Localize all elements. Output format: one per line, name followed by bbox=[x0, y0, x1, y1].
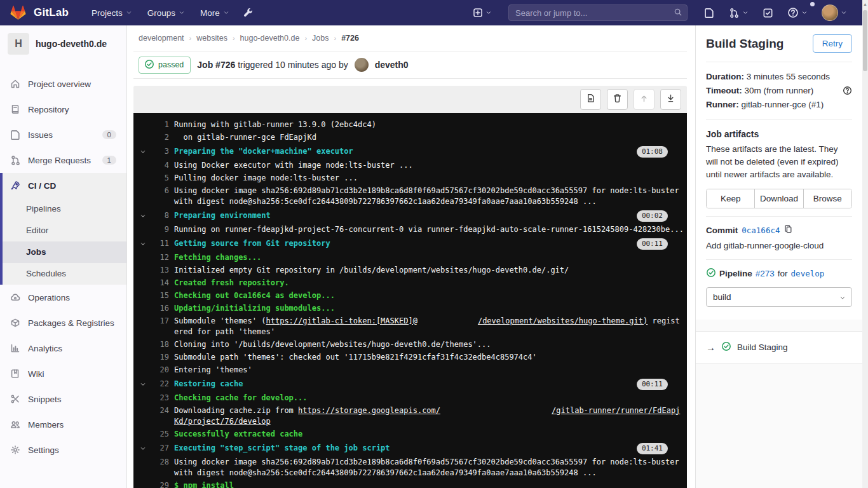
gutter-spacer bbox=[140, 365, 150, 376]
sidebar-item-settings[interactable]: Settings bbox=[0, 437, 126, 463]
sidebar-item-merge-requests[interactable]: Merge Requests1 bbox=[0, 147, 126, 173]
pipeline-id-link[interactable]: #273 bbox=[756, 269, 775, 278]
log-line-number[interactable]: 25 bbox=[150, 429, 169, 440]
admin-wrench-button[interactable] bbox=[238, 4, 259, 22]
nav-more[interactable]: More bbox=[194, 4, 236, 22]
gitlab-logo-icon[interactable] bbox=[10, 5, 26, 20]
breadcrumb-item[interactable]: development bbox=[139, 34, 184, 43]
pipeline-row: Pipeline #273 for develop bbox=[706, 268, 852, 280]
sidebar-item-editor[interactable]: Editor bbox=[3, 220, 126, 241]
sidebar-item-jobs[interactable]: Jobs bbox=[3, 241, 126, 263]
log-gutter: 24 bbox=[140, 405, 169, 427]
sidebar-item-analytics[interactable]: Analytics bbox=[0, 336, 126, 361]
collapse-section-icon[interactable] bbox=[140, 379, 150, 390]
issues-shortcut-button[interactable] bbox=[699, 4, 720, 22]
user-menu-button[interactable] bbox=[817, 1, 852, 25]
sidebar-item-repository[interactable]: Repository bbox=[0, 97, 126, 122]
browser-scrollbar[interactable]: ▲ bbox=[862, 0, 868, 488]
keep-artifact-button[interactable]: Keep bbox=[707, 189, 755, 208]
breadcrumb-item[interactable]: websites bbox=[196, 34, 227, 43]
search-input[interactable] bbox=[508, 4, 688, 21]
chevron-down-icon bbox=[485, 10, 492, 16]
stage-job-row[interactable]: → Build Staging bbox=[696, 331, 862, 363]
log-line-number[interactable]: 1 bbox=[150, 119, 169, 130]
sidebar-item-pipelines[interactable]: Pipelines bbox=[3, 198, 126, 220]
breadcrumb-item[interactable]: hugo-deveth0.de bbox=[240, 34, 300, 43]
sidebar-item-members[interactable]: Members bbox=[0, 412, 126, 437]
collapse-section-icon[interactable] bbox=[140, 238, 150, 249]
sidebar-item-operations[interactable]: Operations bbox=[0, 285, 126, 310]
browse-artifact-button[interactable]: Browse bbox=[804, 189, 851, 208]
nav-projects[interactable]: Projects bbox=[85, 4, 139, 22]
show-raw-log-button[interactable] bbox=[580, 89, 601, 110]
gitlab-wordmark[interactable]: GitLab bbox=[34, 6, 69, 19]
log-line-number[interactable]: 27 bbox=[150, 443, 169, 454]
log-line-number[interactable]: 6 bbox=[150, 186, 169, 207]
scrollbar-up-arrow[interactable]: ▲ bbox=[862, 0, 868, 9]
help-menu-button[interactable] bbox=[782, 3, 813, 22]
scroll-bottom-button[interactable] bbox=[660, 89, 681, 110]
collapse-section-icon[interactable] bbox=[140, 443, 150, 454]
log-line-number[interactable]: 28 bbox=[150, 457, 169, 478]
download-artifact-button[interactable]: Download bbox=[755, 189, 803, 208]
sidebar-item-snippets[interactable]: Snippets bbox=[0, 386, 126, 412]
log-line-23: 23Checking cache for develop... bbox=[140, 391, 684, 404]
commit-row: Commit 0ca166c4 bbox=[706, 224, 852, 236]
log-line-number[interactable]: 23 bbox=[150, 393, 169, 403]
log-link[interactable]: /development/websites/hugo-theme.git) bbox=[478, 316, 648, 325]
new-menu-button[interactable] bbox=[468, 4, 497, 22]
log-line-number[interactable]: 8 bbox=[150, 210, 169, 221]
collapse-section-icon[interactable] bbox=[140, 210, 150, 221]
gutter-spacer bbox=[140, 457, 150, 478]
log-line-number[interactable]: 17 bbox=[150, 316, 169, 337]
erase-log-button[interactable] bbox=[607, 89, 628, 110]
collapse-section-icon[interactable] bbox=[140, 146, 150, 157]
log-line-number[interactable]: 24 bbox=[150, 405, 169, 427]
notification-dot bbox=[810, 2, 815, 6]
log-line-number[interactable]: 18 bbox=[150, 339, 169, 350]
log-line-number[interactable]: 13 bbox=[150, 265, 169, 276]
log-line-number[interactable]: 9 bbox=[150, 224, 169, 235]
log-line-number[interactable]: 11 bbox=[150, 238, 169, 249]
log-line-number[interactable]: 20 bbox=[150, 365, 169, 376]
sidebar-item-wiki[interactable]: Wiki bbox=[0, 361, 126, 386]
todos-button[interactable] bbox=[757, 4, 778, 22]
trigger-user-avatar[interactable] bbox=[355, 58, 369, 72]
stage-dropdown[interactable]: build bbox=[706, 287, 852, 307]
merge-requests-shortcut-button[interactable] bbox=[724, 4, 754, 22]
commit-hash-link[interactable]: 0ca166c4 bbox=[742, 226, 780, 235]
log-line-number[interactable]: 29 bbox=[150, 480, 169, 488]
sidebar-item-schedules[interactable]: Schedules bbox=[3, 263, 126, 285]
sidebar-item-packages-registries[interactable]: Packages & Registries bbox=[0, 310, 126, 336]
log-gutter: 4 bbox=[140, 160, 169, 171]
project-title-row[interactable]: H hugo-deveth0.de bbox=[0, 25, 126, 62]
sidebar-item-ci-cd[interactable]: CI / CD bbox=[3, 173, 126, 198]
log-link[interactable]: https://storage.googleapis.com/ bbox=[298, 406, 440, 415]
log-line-number[interactable]: 14 bbox=[150, 278, 169, 288]
breadcrumb-item[interactable]: #726 bbox=[341, 34, 359, 43]
copy-commit-icon[interactable] bbox=[783, 224, 793, 236]
log-line-number[interactable]: 19 bbox=[150, 352, 169, 363]
status-badge[interactable]: passed bbox=[139, 57, 191, 74]
trigger-user-name[interactable]: deveth0 bbox=[375, 60, 409, 70]
log-link[interactable]: https://gitlab-ci-token:[MASKED]@ bbox=[266, 316, 417, 325]
log-line-number[interactable]: 3 bbox=[150, 146, 169, 157]
log-line-number[interactable]: 5 bbox=[150, 173, 169, 184]
sidebar-item-project-overview[interactable]: Project overview bbox=[0, 71, 126, 97]
users-icon bbox=[10, 419, 20, 430]
log-line-number[interactable]: 4 bbox=[150, 160, 169, 171]
pipeline-branch-link[interactable]: develop bbox=[791, 269, 825, 278]
log-line-9: 9Running on runner-fdeapjkd-project-76-c… bbox=[140, 223, 684, 236]
log-line-number[interactable]: 2 bbox=[150, 132, 169, 143]
scrollbar-thumb[interactable] bbox=[863, 10, 867, 71]
breadcrumb-item[interactable]: Jobs bbox=[312, 34, 329, 43]
log-line-number[interactable]: 16 bbox=[150, 303, 169, 314]
log-line-number[interactable]: 12 bbox=[150, 252, 169, 263]
nav-groups[interactable]: Groups bbox=[141, 4, 191, 22]
retry-button[interactable]: Retry bbox=[813, 34, 852, 53]
pipeline-for-text: for bbox=[778, 269, 788, 278]
log-line-number[interactable]: 22 bbox=[150, 379, 169, 390]
scroll-top-button[interactable] bbox=[634, 89, 654, 110]
sidebar-item-issues[interactable]: Issues0 bbox=[0, 122, 126, 147]
log-line-number[interactable]: 15 bbox=[150, 290, 169, 301]
